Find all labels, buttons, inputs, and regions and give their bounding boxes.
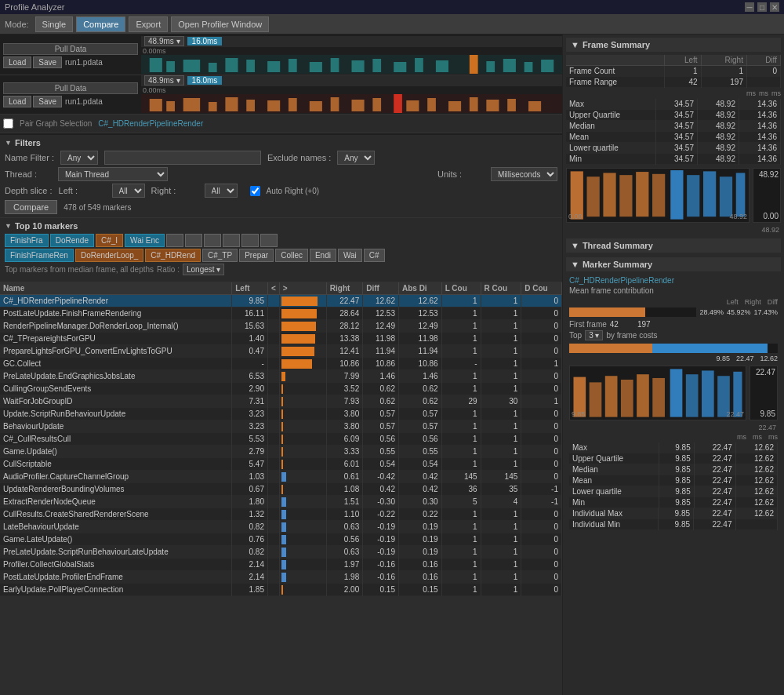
table-row[interactable]: PostLateUpdate.FinishFrameRendering 16.1… (0, 307, 562, 320)
cell-name: RenderPipelineManager.DoRenderLoop_Inter… (0, 320, 232, 333)
exclude-select[interactable]: Any (337, 151, 375, 165)
export-button[interactable]: Export (129, 16, 168, 32)
minimize-button[interactable]: ─ (745, 2, 754, 12)
app-title: Profile Analyzer (5, 2, 64, 12)
left-depth-select[interactable]: All (112, 184, 145, 198)
load-button-2[interactable]: Load (3, 96, 31, 107)
cell-right: 28.12 (326, 320, 362, 333)
marker-chip-3[interactable]: Wai Enc (125, 234, 165, 247)
cell-lcou: 1 (441, 295, 481, 307)
thread-select[interactable]: Main Thread (58, 167, 168, 181)
table-row[interactable]: CullScriptable 5.47 6.01 0.54 0.54 1 1 0 (0, 458, 562, 471)
name-filter-select[interactable]: Any (60, 151, 98, 165)
marker-chip2-4[interactable]: Prepar (239, 249, 274, 262)
table-row[interactable]: PreLateUpdate.EndGraphicsJobsLate 6.53 7… (0, 370, 562, 383)
marker-chip2-1[interactable]: DoRenderLoop_ (75, 249, 143, 262)
marker-chip-2[interactable]: C#_I (96, 234, 123, 247)
fs-stat-label: Upper Quartile (566, 110, 656, 121)
marker-chip-8[interactable] (241, 234, 259, 247)
col-gt[interactable]: > (279, 282, 326, 295)
table-row[interactable]: PostLateUpdate.ProfilerEndFrame 2.14 1.9… (0, 571, 562, 584)
single-mode-button[interactable]: Single (35, 16, 74, 32)
marker-chip2-7[interactable]: Wai (338, 249, 362, 262)
ms-stat-right: 22.47 (694, 475, 735, 486)
table-area[interactable]: Name Left < > Right Diff Abs Di L Cou R … (0, 282, 562, 695)
cell-right: 1.08 (326, 483, 362, 496)
pull-data-button-1[interactable]: Pull Data (3, 43, 138, 55)
compare-button[interactable]: Compare (5, 200, 57, 214)
col-right[interactable]: Right (326, 282, 362, 295)
col-rcou[interactable]: R Cou (481, 282, 521, 295)
table-row[interactable]: C#_HDRenderPipelineRender 9.85 22.47 12.… (0, 295, 562, 307)
table-row[interactable]: ExtractRenderNodeQueue 1.80 1.51 -0.30 0… (0, 496, 562, 508)
table-row[interactable]: CullingGroupSendEvents 2.90 3.52 0.62 0.… (0, 383, 562, 395)
marker-chip2-0[interactable]: FinishFrameRen (5, 249, 74, 262)
cell-gt (279, 345, 326, 358)
graph-canvas-1[interactable]: 48.9ms ▾ 16.0ms 0.00ms (141, 36, 562, 75)
close-button[interactable]: ✕ (770, 2, 779, 12)
cell-rcou: 1 (481, 533, 521, 546)
svg-rect-46 (636, 172, 648, 217)
table-row[interactable]: Update.ScriptRunBehaviourUpdate 3.23 3.8… (0, 408, 562, 420)
cell-lcou: 1 (441, 521, 481, 533)
marker-chip2-8[interactable]: C# (364, 249, 385, 262)
ms-badge-2[interactable]: 48.9ms ▾ (144, 75, 184, 86)
markers-bar-2: FinishFrameRen DoRenderLoop_ C#_HDRend C… (5, 249, 557, 262)
auto-right-checkbox[interactable] (250, 186, 260, 196)
marker-chip2-3[interactable]: C#_TP (202, 249, 238, 262)
col-name[interactable]: Name (0, 282, 232, 295)
table-row[interactable]: PrepareLightsForGPU_ConvertEnvLightsToGP… (0, 345, 562, 358)
table-row[interactable]: C#_TPrepareightsForGPU 1.40 13.38 11.98 … (0, 333, 562, 345)
top-num-button[interactable]: 3 ▾ (585, 330, 603, 340)
table-row[interactable]: C#_CullResultsCull 5.53 6.09 0.56 0.56 1… (0, 433, 562, 446)
pair-graph-marker: C#_HDRenderPipelineRender (98, 119, 203, 128)
marker-chip-0[interactable]: FinishFra (5, 234, 49, 247)
marker-chip-6[interactable] (204, 234, 221, 247)
col-absdiff[interactable]: Abs Di (398, 282, 441, 295)
filters-triangle: ▼ (5, 139, 12, 147)
units-select[interactable]: Milliseconds (491, 167, 557, 181)
col-diff[interactable]: Diff (363, 282, 399, 295)
table-row[interactable]: PreLateUpdate.ScriptRunBehaviourLateUpda… (0, 546, 562, 559)
marker-chip2-6[interactable]: Endi (310, 249, 336, 262)
ms-badge-1[interactable]: 48.9ms ▾ (144, 36, 184, 46)
table-row[interactable]: BehaviourUpdate 3.23 3.80 0.57 0.57 1 1 … (0, 420, 562, 433)
table-row[interactable]: GC.Collect - 10.86 10.86 10.86 - 1 1 (0, 358, 562, 370)
col-lt[interactable]: < (267, 282, 279, 295)
col-dcou[interactable]: D Cou (521, 282, 562, 295)
maximize-button[interactable]: □ (757, 2, 767, 12)
pull-data-button-2[interactable]: Pull Data (3, 82, 138, 94)
marker-chip-9[interactable] (260, 234, 278, 247)
frame-summary-header-row: Left Right Diff (566, 55, 781, 66)
load-button-1[interactable]: Load (3, 56, 31, 68)
table-row[interactable]: CullResults.CreateSharedRendererScene 1.… (0, 508, 562, 521)
pair-graph-checkbox[interactable] (3, 118, 13, 129)
name-filter-input[interactable] (104, 151, 261, 165)
compare-mode-button[interactable]: Compare (76, 16, 125, 32)
cell-lt (267, 446, 279, 458)
table-row[interactable]: UpdateRendererBoundingVolumes 0.67 1.08 … (0, 483, 562, 496)
marker-chip2-5[interactable]: Collec (275, 249, 308, 262)
table-row[interactable]: EarlyUpdate.PollPlayerConnection 1.85 2.… (0, 584, 562, 596)
longest-button[interactable]: Longest ▾ (183, 264, 224, 275)
table-row[interactable]: Game.LateUpdate() 0.76 0.56 -0.19 0.19 1… (0, 533, 562, 546)
marker-chip-7[interactable] (223, 234, 240, 247)
open-profiler-button[interactable]: Open Profiler Window (171, 16, 269, 32)
marker-chip-5[interactable] (185, 234, 202, 247)
col-left[interactable]: Left (232, 282, 268, 295)
marker-chip-1[interactable]: DoRende (50, 234, 94, 247)
table-row[interactable]: Profiler.CollectGlobalStats 2.14 1.97 -0… (0, 559, 562, 571)
table-row[interactable]: WaitForJobGroupID 7.31 7.93 0.62 0.62 29… (0, 395, 562, 408)
table-row[interactable]: Game.Update() 2.79 3.33 0.55 0.55 1 1 0 (0, 446, 562, 458)
save-button-2[interactable]: Save (33, 96, 62, 107)
table-row[interactable]: LateBehaviourUpdate 0.82 0.63 -0.19 0.19… (0, 521, 562, 533)
table-row[interactable]: RenderPipelineManager.DoRenderLoop_Inter… (0, 320, 562, 333)
right-depth-select[interactable]: All (205, 184, 238, 198)
markers-table: Name Left < > Right Diff Abs Di L Cou R … (0, 282, 562, 596)
col-lcou[interactable]: L Cou (441, 282, 481, 295)
marker-chip-4[interactable] (166, 234, 183, 247)
marker-chip2-2[interactable]: C#_HDRend (145, 249, 201, 262)
graph-canvas-2[interactable]: 48.9ms ▾ 16.0ms 0.00ms (141, 75, 562, 115)
save-button-1[interactable]: Save (33, 56, 62, 68)
table-row[interactable]: AudioProfiler.CaptureChannelGroup 1.03 0… (0, 471, 562, 483)
